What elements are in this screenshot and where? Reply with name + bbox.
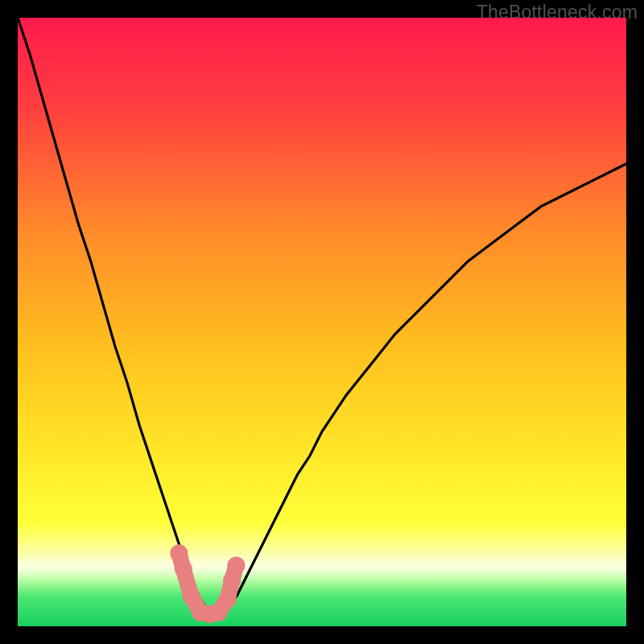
marker-dot <box>219 590 237 608</box>
marker-dot <box>175 559 192 577</box>
chart-frame <box>18 18 626 626</box>
marker-dot <box>182 587 200 605</box>
marker-dot <box>227 556 245 574</box>
marker-dot <box>223 572 241 589</box>
chart-svg <box>18 18 626 626</box>
marker-dot <box>170 544 188 562</box>
